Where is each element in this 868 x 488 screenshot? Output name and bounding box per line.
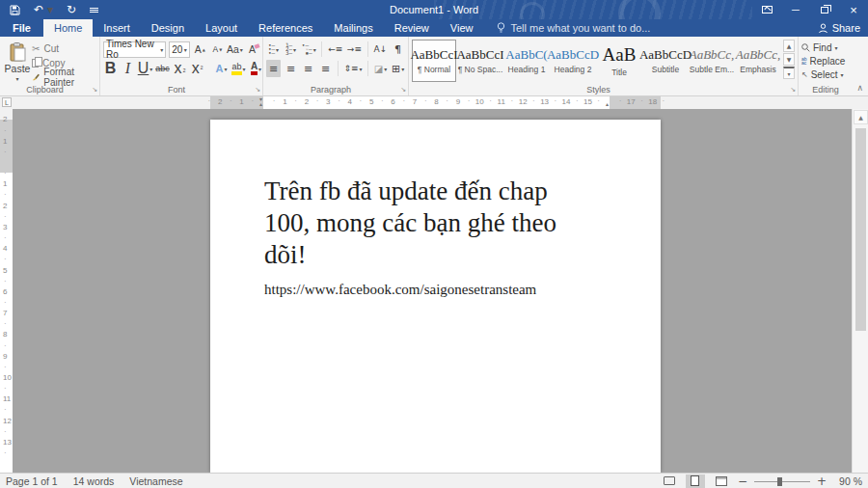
language-status[interactable]: Vietnamese [129,475,182,487]
horizontal-ruler[interactable]: ▾▴ ▴ 211234567891011121314151718········… [210,96,661,109]
style-emphasis[interactable]: AaBbCc,Emphasis [736,40,780,82]
restore-button[interactable] [810,0,839,19]
superscript-button[interactable]: x² [190,60,204,77]
title-bar: ↶ ▾ ↻ Document1 - Word ─ × [0,0,868,19]
decrease-indent-button[interactable]: ←≡ [327,41,343,58]
tab-stop-selector[interactable]: L [2,97,12,107]
text-effects-button[interactable]: A▾ [214,60,229,77]
clear-formatting-icon: A [249,43,256,55]
styles-gallery-more-icon[interactable]: ▾ [783,67,795,79]
styles-scroll-up-icon[interactable]: ▲ [783,40,795,52]
read-mode-button[interactable] [660,474,679,488]
underline-button[interactable]: U▾ [138,60,152,77]
minimize-button[interactable]: ─ [781,0,810,19]
scrollbar-thumb[interactable] [855,128,866,331]
line-spacing-button[interactable]: ⇕≡▾ [343,60,363,77]
tab-file[interactable]: File [0,19,43,37]
style-title[interactable]: AaBTitle [597,40,641,82]
tab-design[interactable]: Design [141,19,195,37]
strikethrough-button[interactable]: abc [155,60,170,77]
highlight-color-button[interactable]: ab▾ [231,60,246,77]
select-button[interactable]: ↖ Select▾ [801,68,850,81]
share-button[interactable]: Share [818,19,860,37]
multilevel-list-button[interactable]: •— ◦— ▪—▾ [301,41,316,58]
page-count-status[interactable]: Page 1 of 1 [6,475,58,487]
replace-button[interactable]: ab ac Replace [801,54,850,68]
status-bar: Page 1 of 1 14 words Vietnamese − + 90 % [0,473,868,488]
web-layout-button[interactable] [712,474,731,488]
tab-insert[interactable]: Insert [93,19,141,37]
subscript-button[interactable]: x₂ [173,60,187,77]
document-paragraph[interactable]: Trên fb đã update đến chap 100, mong các… [264,176,588,271]
cut-button[interactable]: ✂Cut [32,41,96,55]
clear-formatting-button[interactable]: A [245,41,259,58]
tab-review[interactable]: Review [384,19,440,37]
tab-view[interactable]: View [440,19,484,37]
clipboard-dialog-launcher-icon[interactable]: ↘ [92,86,97,94]
indent-markers-icon[interactable]: ▾▴ [259,96,262,106]
find-button[interactable]: Find▾ [801,41,850,54]
italic-button[interactable]: I [121,60,135,77]
shrink-font-button[interactable]: A▼ [210,41,225,58]
document-link-text[interactable]: https://www.facebook.com/saigonesetranst… [264,282,536,298]
align-center-button[interactable]: ≡ [284,60,298,77]
paste-button[interactable]: Paste ▾ [3,40,32,84]
style-subtle-emphasis[interactable]: AaBbCc,Subtle Em... [690,40,734,82]
font-color-icon: A [251,62,258,75]
justify-button[interactable]: ≡ [318,60,333,77]
tell-me-box[interactable]: Tell me what you want to do... [497,19,650,37]
zoom-slider-thumb[interactable] [777,477,782,486]
tab-mailings[interactable]: Mailings [323,19,383,37]
style-heading-2[interactable]: AaBbCcDHeading 2 [551,40,595,82]
font-dialog-launcher-icon[interactable]: ↘ [255,86,260,94]
borders-icon: ⊞ [392,63,400,75]
shading-button[interactable]: ◪▾ [373,60,388,77]
vertical-scrollbar[interactable]: ▲ [852,109,868,473]
font-size-combobox[interactable]: 20▾ [169,41,190,58]
ribbon-display-options-icon[interactable] [752,0,781,19]
vertical-ruler[interactable]: 2112345678910111213················· [0,109,13,473]
bullets-button[interactable]: •— •— •—▾ [266,41,281,58]
increase-indent-button[interactable]: →≡ [346,41,363,58]
paste-dropdown-icon[interactable]: ▾ [16,75,19,82]
zoom-slider[interactable] [754,475,810,487]
sort-button[interactable]: A↓ [373,41,388,58]
window-controls: ─ × [752,0,868,19]
show-paragraph-marks-button[interactable]: ¶ [391,41,405,58]
align-right-button[interactable]: ≡ [301,60,315,77]
styles-dialog-launcher-icon[interactable]: ↘ [790,86,796,94]
borders-button[interactable]: ⊞▾ [391,60,405,77]
change-case-button[interactable]: Aa▾ [228,41,242,58]
zoom-in-button[interactable]: + [817,474,827,488]
paragraph-dialog-launcher-icon[interactable]: ↘ [400,86,406,94]
tab-layout[interactable]: Layout [195,19,248,37]
grow-font-button[interactable]: A▲ [193,41,207,58]
ruler-bar: L ▾▴ ▴ 211234567891011121314151718······… [0,96,868,109]
zoom-out-button[interactable]: − [738,474,747,488]
style-normal[interactable]: AaBbCcI¶ Normal [412,40,456,82]
document-page[interactable]: Trên fb đã update đến chap 100, mong các… [210,120,661,473]
style-subtitle[interactable]: AaBbCcDSubtitle [643,40,688,82]
format-painter-icon [32,72,40,82]
format-painter-button[interactable]: Format Painter [32,70,96,84]
word-count-status[interactable]: 14 words [73,475,115,487]
styles-scroll-down-icon[interactable]: ▼ [783,53,795,66]
style-no-spacing[interactable]: AaBbCcI¶ No Spac... [458,40,502,82]
bold-button[interactable]: B [103,60,118,77]
text-effects-icon: A [216,63,224,74]
tab-home[interactable]: Home [43,19,93,37]
chevron-down-icon: ▾ [184,46,187,53]
numbering-button[interactable]: 1— 2— 3—▾ [284,41,298,58]
tab-references[interactable]: References [248,19,323,37]
close-button[interactable]: × [839,0,868,19]
zoom-level[interactable]: 90 % [833,475,862,487]
collapse-ribbon-icon[interactable]: ∧ [856,83,863,93]
style-heading-1[interactable]: AaBbC(Heading 1 [504,40,549,82]
scroll-up-icon[interactable]: ▲ [854,110,868,124]
font-name-combobox[interactable]: Times New Ro▾ [103,41,166,58]
print-layout-button[interactable] [686,474,705,488]
align-left-button[interactable]: ≡ [266,60,281,77]
font-color-button[interactable]: A▾ [249,60,263,77]
highlight-icon: ab [231,63,241,75]
right-indent-icon[interactable]: ▴ [606,101,609,106]
